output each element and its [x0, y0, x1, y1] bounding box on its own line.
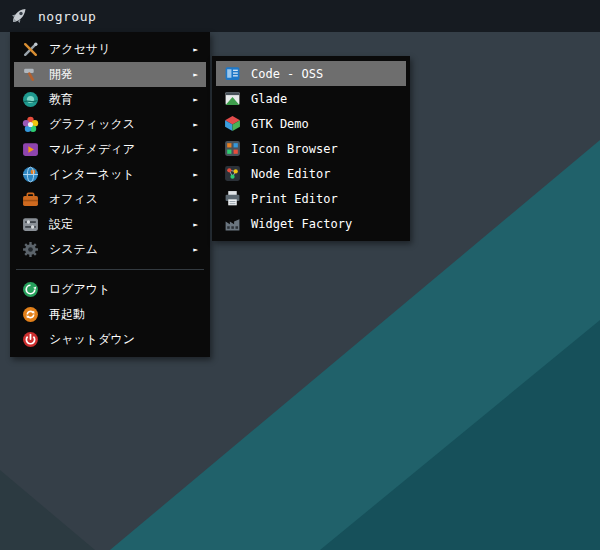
print-editor-icon [224, 190, 241, 207]
submenu-item-icon-browser-label: Icon Browser [251, 142, 400, 156]
submenu-arrow-icon: ► [193, 71, 200, 79]
menu-item-system-label: システム [49, 241, 183, 258]
menu-item-multimedia[interactable]: マルチメディア► [14, 137, 206, 162]
submenu-item-code-oss-label: Code - OSS [251, 67, 400, 81]
development-icon [22, 66, 39, 83]
submenu-arrow-icon: ► [193, 221, 200, 229]
submenu-arrow-icon: ► [193, 96, 200, 104]
node-editor-icon [224, 165, 241, 182]
gtk-demo-icon [224, 115, 241, 132]
menu-item-settings-label: 設定 [49, 216, 183, 233]
application-menu: アクセサリ►開発►教育►グラフィックス►マルチメディア►インターネット►オフィス… [10, 32, 210, 357]
code-oss-icon [224, 65, 241, 82]
education-icon [22, 91, 39, 108]
menu-item-office-label: オフィス [49, 191, 183, 208]
submenu-item-gtk-demo-label: GTK Demo [251, 117, 400, 131]
multimedia-icon [22, 141, 39, 158]
restart-icon [22, 306, 39, 323]
submenu-arrow-icon: ► [193, 146, 200, 154]
submenu-item-glade[interactable]: Glade [216, 86, 406, 111]
submenu-arrow-icon: ► [193, 171, 200, 179]
submenu-arrow-icon: ► [193, 121, 200, 129]
menu-item-graphics[interactable]: グラフィックス► [14, 112, 206, 137]
submenu-arrow-icon: ► [193, 246, 200, 254]
submenu-item-glade-label: Glade [251, 92, 400, 106]
submenu-item-print-editor-label: Print Editor [251, 192, 400, 206]
menu-item-restart[interactable]: 再起動 [14, 302, 206, 327]
menu-item-shutdown[interactable]: シャットダウン [14, 327, 206, 352]
office-icon [22, 191, 39, 208]
submenu-item-code-oss[interactable]: Code - OSS [216, 61, 406, 86]
rocket-icon[interactable] [9, 6, 29, 26]
menu-item-development[interactable]: 開発► [14, 62, 206, 87]
top-panel: nogroup [0, 0, 600, 32]
shutdown-icon [22, 331, 39, 348]
menu-item-accessories-label: アクセサリ [49, 41, 183, 58]
submenu-item-widget-factory[interactable]: Widget Factory [216, 211, 406, 236]
menu-item-education-label: 教育 [49, 91, 183, 108]
widget-factory-icon [224, 215, 241, 232]
menu-item-multimedia-label: マルチメディア [49, 141, 183, 158]
menu-item-graphics-label: グラフィックス [49, 116, 183, 133]
submenu-item-node-editor[interactable]: Node Editor [216, 161, 406, 186]
submenu-item-widget-factory-label: Widget Factory [251, 217, 400, 231]
submenu-item-icon-browser[interactable]: Icon Browser [216, 136, 406, 161]
menu-item-accessories[interactable]: アクセサリ► [14, 37, 206, 62]
icon-browser-icon [224, 140, 241, 157]
internet-icon [22, 166, 39, 183]
submenu-item-print-editor[interactable]: Print Editor [216, 186, 406, 211]
menu-separator [16, 269, 204, 270]
panel-title: nogroup [38, 9, 96, 24]
menu-item-settings[interactable]: 設定► [14, 212, 206, 237]
menu-item-development-label: 開発 [49, 66, 183, 83]
menu-item-system[interactable]: システム► [14, 237, 206, 262]
accessories-icon [22, 41, 39, 58]
settings-icon [22, 216, 39, 233]
submenu-item-gtk-demo[interactable]: GTK Demo [216, 111, 406, 136]
logout-icon [22, 281, 39, 298]
menu-item-logout-label: ログアウト [49, 281, 200, 298]
submenu-arrow-icon: ► [193, 196, 200, 204]
graphics-icon [22, 116, 39, 133]
submenu-item-node-editor-label: Node Editor [251, 167, 400, 181]
menu-item-internet-label: インターネット [49, 166, 183, 183]
menu-item-office[interactable]: オフィス► [14, 187, 206, 212]
menu-item-education[interactable]: 教育► [14, 87, 206, 112]
menu-item-shutdown-label: シャットダウン [49, 331, 200, 348]
menu-item-logout[interactable]: ログアウト [14, 277, 206, 302]
menu-item-restart-label: 再起動 [49, 306, 200, 323]
menu-item-internet[interactable]: インターネット► [14, 162, 206, 187]
system-icon [22, 241, 39, 258]
glade-icon [224, 90, 241, 107]
development-submenu: Code - OSSGladeGTK DemoIcon BrowserNode … [212, 56, 410, 241]
submenu-arrow-icon: ► [193, 46, 200, 54]
